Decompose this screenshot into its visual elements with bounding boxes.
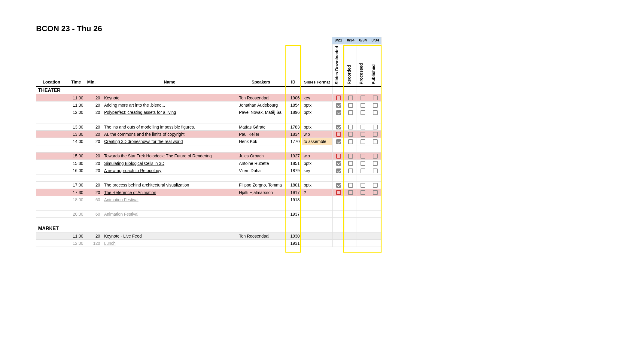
table-row: 20:0060Animation Festival1937 bbox=[36, 211, 382, 218]
checkbox[interactable] bbox=[348, 132, 353, 137]
cell-slides bbox=[332, 102, 345, 109]
checkbox[interactable] bbox=[348, 190, 353, 195]
cell-recorded bbox=[345, 189, 357, 196]
checkbox[interactable] bbox=[361, 96, 365, 100]
checkbox[interactable] bbox=[361, 190, 365, 195]
checkbox[interactable] bbox=[361, 183, 365, 188]
checkbox[interactable] bbox=[373, 132, 378, 137]
cell-time: 14:00 bbox=[67, 138, 85, 145]
talk-name-link[interactable]: Adding more art into the .blend... bbox=[104, 103, 165, 108]
checkbox[interactable] bbox=[361, 132, 365, 137]
cell-min: 20 bbox=[85, 123, 102, 130]
schedule-table: 8/21 0/34 0/34 0/34 Location Time Min. N… bbox=[36, 37, 382, 247]
checkbox[interactable] bbox=[373, 139, 378, 144]
cell-format: wip bbox=[302, 152, 332, 159]
cell-speakers: Henk Kok bbox=[237, 138, 285, 145]
checkbox[interactable] bbox=[373, 110, 378, 115]
cell-recorded bbox=[345, 123, 357, 130]
talk-name-link[interactable]: Lunch bbox=[104, 241, 115, 246]
cell-slides bbox=[332, 123, 345, 130]
cell-id: 1879 bbox=[285, 167, 302, 174]
cell-min: 60 bbox=[85, 211, 102, 218]
talk-name-link[interactable]: Towards the Star Trek Holodeck: The Futu… bbox=[104, 153, 211, 158]
cell-speakers: Paul Keller bbox=[237, 131, 285, 138]
talk-name-link[interactable]: Animation Festival bbox=[104, 197, 138, 202]
checkbox[interactable] bbox=[373, 183, 378, 188]
cell-min: 20 bbox=[85, 109, 102, 116]
checkbox[interactable] bbox=[373, 168, 378, 173]
cell-id: 1896 bbox=[285, 109, 302, 116]
checkbox[interactable] bbox=[336, 154, 341, 159]
checkbox[interactable] bbox=[336, 132, 341, 137]
hdr-name: Name bbox=[102, 44, 237, 87]
cell-slides bbox=[332, 211, 345, 218]
checkbox[interactable] bbox=[361, 125, 365, 129]
checkbox[interactable] bbox=[348, 110, 353, 115]
checkbox[interactable] bbox=[348, 96, 353, 100]
checkbox[interactable] bbox=[336, 110, 341, 115]
table-row: 16:0020A new approach to RetopologyVilem… bbox=[36, 167, 382, 174]
cell-time: 16:00 bbox=[67, 167, 85, 174]
talk-name-link[interactable]: The process behind architectural visuali… bbox=[104, 183, 189, 187]
talk-name-link[interactable]: Keynote bbox=[104, 96, 119, 100]
checkbox[interactable] bbox=[348, 125, 353, 129]
checkbox[interactable] bbox=[361, 161, 365, 166]
talk-name-link[interactable]: A new approach to Retopology bbox=[104, 168, 161, 173]
hdr-recorded: Recorded bbox=[347, 45, 351, 84]
checkbox[interactable] bbox=[336, 161, 341, 166]
cell-id: 1851 bbox=[285, 160, 302, 167]
hdr-slides-downloaded: Slides Downloaded bbox=[334, 45, 339, 84]
checkbox[interactable] bbox=[336, 168, 341, 173]
checkbox[interactable] bbox=[336, 103, 341, 108]
checkbox[interactable] bbox=[361, 154, 365, 159]
checkbox[interactable] bbox=[361, 168, 365, 173]
table-row: 14:0020Creating 3D droneshows for the re… bbox=[36, 138, 382, 145]
talk-name-link[interactable]: Polyperfect: creating assets for a livin… bbox=[104, 110, 176, 115]
stat-processed: 0/34 bbox=[357, 37, 369, 44]
checkbox[interactable] bbox=[336, 125, 341, 129]
checkbox[interactable] bbox=[373, 190, 378, 195]
talk-name-link[interactable]: AI, the commons and the limits of copyri… bbox=[104, 132, 184, 137]
checkbox[interactable] bbox=[348, 139, 353, 144]
cell-speakers bbox=[237, 211, 285, 218]
checkbox[interactable] bbox=[348, 161, 353, 166]
checkbox[interactable] bbox=[361, 139, 365, 144]
table-row bbox=[36, 174, 382, 181]
cell-processed bbox=[357, 196, 369, 203]
checkbox[interactable] bbox=[336, 96, 341, 100]
checkbox[interactable] bbox=[373, 125, 378, 129]
talk-name-link[interactable]: Keynote - Live Feed bbox=[104, 234, 142, 238]
checkbox[interactable] bbox=[348, 103, 353, 108]
checkbox[interactable] bbox=[348, 168, 353, 173]
cell-processed bbox=[357, 232, 369, 240]
talk-name-link[interactable]: Creating 3D droneshows for the real worl… bbox=[104, 139, 183, 144]
talk-name-link[interactable]: The ins and outs of modelling impossible… bbox=[104, 125, 195, 129]
checkbox[interactable] bbox=[373, 154, 378, 159]
table-row: 12:00120Lunch1931 bbox=[36, 240, 382, 247]
checkbox[interactable] bbox=[336, 190, 341, 195]
cell-speakers: Jonathan Audebourg bbox=[237, 102, 285, 109]
checkbox[interactable] bbox=[373, 96, 378, 100]
checkbox[interactable] bbox=[348, 183, 353, 188]
cell-min: 20 bbox=[85, 152, 102, 159]
checkbox[interactable] bbox=[336, 183, 341, 188]
checkbox[interactable] bbox=[361, 110, 365, 115]
cell-recorded bbox=[345, 167, 357, 174]
checkbox[interactable] bbox=[361, 103, 365, 108]
section-header: MARKET bbox=[36, 225, 382, 232]
cell-id: 1801 bbox=[285, 181, 302, 189]
cell-speakers: Vilem Duha bbox=[237, 167, 285, 174]
cell-published bbox=[369, 160, 382, 167]
cell-speakers: Antoine Ruzette bbox=[237, 160, 285, 167]
cell-min: 20 bbox=[85, 160, 102, 167]
cell-processed bbox=[357, 211, 369, 218]
checkbox[interactable] bbox=[373, 103, 378, 108]
talk-name-link[interactable]: The Reference of Animation bbox=[104, 190, 156, 195]
checkbox[interactable] bbox=[348, 154, 353, 159]
cell-min: 60 bbox=[85, 196, 102, 203]
talk-name-link[interactable]: Animation Festival bbox=[104, 212, 138, 217]
talk-name-link[interactable]: Simulating Biological Cells in 3D bbox=[104, 161, 164, 166]
checkbox[interactable] bbox=[336, 139, 341, 144]
checkbox[interactable] bbox=[373, 161, 378, 166]
stat-recorded: 0/34 bbox=[345, 37, 357, 44]
